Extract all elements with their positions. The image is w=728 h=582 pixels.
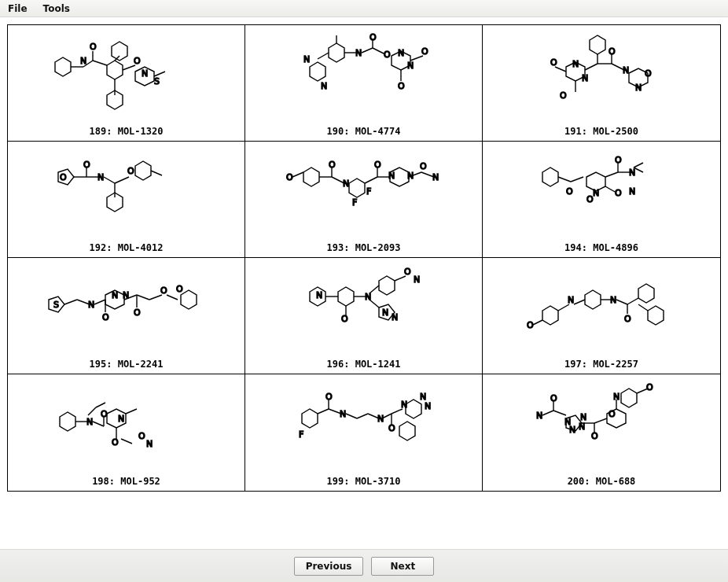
- svg-marker-8: [112, 42, 127, 61]
- svg-text:N: N: [392, 312, 398, 322]
- content: N O O N S: [0, 17, 728, 499]
- molecule-cell[interactable]: O O N F F O: [245, 142, 483, 258]
- menubar: File Tools: [0, 0, 728, 17]
- molecule-cell[interactable]: N N N O O N N O: [245, 25, 483, 142]
- svg-text:N: N: [97, 172, 104, 182]
- svg-line-167: [93, 422, 104, 426]
- molecule-cell[interactable]: O N N O: [483, 258, 720, 374]
- menu-tools[interactable]: Tools: [40, 2, 78, 16]
- svg-text:O: O: [90, 42, 97, 52]
- svg-line-114: [94, 300, 105, 304]
- structure-icon: O O N F F O: [245, 142, 482, 242]
- svg-text:N: N: [340, 409, 346, 419]
- svg-text:N: N: [377, 414, 384, 424]
- svg-line-81: [365, 177, 377, 183]
- molecule-cell[interactable]: O N O O N O N: [483, 142, 720, 258]
- svg-text:N: N: [303, 54, 310, 64]
- svg-text:F: F: [299, 429, 303, 440]
- svg-line-111: [64, 300, 77, 304]
- svg-line-63: [104, 177, 115, 183]
- svg-text:N: N: [414, 274, 420, 285]
- molecule-cell[interactable]: N N O O O N O N: [483, 25, 720, 142]
- molecule-cell[interactable]: N O N O O N: [8, 374, 245, 491]
- svg-text:O: O: [615, 188, 622, 198]
- svg-line-104: [634, 163, 643, 168]
- svg-text:N: N: [321, 81, 327, 91]
- svg-line-66: [115, 177, 129, 183]
- svg-text:N: N: [580, 412, 586, 422]
- svg-text:O: O: [527, 320, 534, 330]
- svg-line-180: [318, 409, 329, 414]
- svg-text:O: O: [615, 155, 622, 165]
- footer: Previous Next: [0, 549, 728, 582]
- svg-line-165: [88, 407, 96, 415]
- structure-icon: N N O O O N O N: [483, 25, 720, 126]
- molecule-cell[interactable]: S N O N N O: [8, 258, 245, 374]
- svg-line-202: [553, 411, 566, 415]
- molecule-cell[interactable]: N O O N S: [8, 25, 245, 142]
- structure-icon: O N O O N O N: [483, 142, 720, 242]
- svg-text:N: N: [398, 48, 404, 58]
- svg-text:O: O: [102, 312, 109, 322]
- svg-text:O: O: [160, 285, 167, 296]
- svg-marker-148: [542, 306, 558, 325]
- structure-icon: F O N N O N: [245, 374, 482, 476]
- svg-marker-38: [590, 35, 605, 54]
- structure-icon: N N N O O N N O: [245, 25, 482, 126]
- svg-text:O: O: [398, 81, 405, 91]
- svg-text:O: O: [341, 314, 348, 324]
- svg-text:N: N: [536, 411, 542, 421]
- svg-text:O: O: [325, 392, 333, 402]
- svg-text:O: O: [112, 437, 119, 448]
- svg-text:O: O: [286, 172, 293, 182]
- svg-text:O: O: [586, 194, 594, 204]
- svg-marker-161: [648, 306, 664, 325]
- svg-text:O: O: [624, 314, 631, 324]
- svg-text:N: N: [572, 59, 579, 69]
- svg-line-20: [318, 53, 329, 59]
- svg-line-15: [154, 72, 165, 76]
- molecule-caption: 196: MOL-1241: [327, 359, 401, 371]
- svg-text:N: N: [623, 65, 629, 76]
- svg-marker-18: [329, 43, 344, 62]
- molecule-cell[interactable]: O O N O 192: M: [8, 142, 245, 258]
- previous-button[interactable]: Previous: [294, 557, 364, 576]
- svg-text:N: N: [80, 56, 86, 66]
- next-button[interactable]: Next: [371, 557, 434, 576]
- svg-text:F: F: [352, 197, 357, 208]
- svg-line-142: [370, 300, 379, 308]
- molecule-grid: N O O N S: [7, 24, 721, 492]
- svg-line-155: [616, 300, 627, 304]
- svg-text:O: O: [645, 68, 652, 79]
- molecule-cell[interactable]: F O N N O N: [245, 374, 483, 491]
- svg-line-26: [362, 48, 373, 53]
- svg-text:O: O: [134, 308, 141, 318]
- svg-marker-92: [542, 168, 558, 186]
- svg-text:N: N: [388, 171, 395, 181]
- svg-marker-159: [638, 284, 654, 303]
- menu-file[interactable]: File: [5, 2, 35, 16]
- molecule-cell[interactable]: N O N O N N: [245, 258, 483, 374]
- structure-icon: O O N O: [8, 142, 245, 242]
- svg-text:O: O: [550, 57, 557, 68]
- svg-line-147: [533, 320, 542, 325]
- svg-marker-194: [406, 400, 421, 418]
- molecule-caption: 198: MOL-952: [92, 476, 160, 488]
- svg-text:O: O: [609, 46, 616, 57]
- svg-text:N: N: [432, 172, 439, 182]
- svg-text:N: N: [142, 68, 148, 79]
- svg-text:O: O: [550, 393, 557, 403]
- svg-marker-132: [338, 287, 354, 306]
- molecule-caption: 190: MOL-4774: [327, 126, 401, 138]
- svg-line-185: [346, 414, 357, 418]
- svg-text:O: O: [384, 50, 391, 60]
- molecule-cell[interactable]: N O N N N N O: [483, 374, 720, 491]
- structure-icon: O N N O: [483, 258, 720, 359]
- svg-marker-72: [303, 168, 319, 186]
- svg-text:N: N: [569, 425, 575, 435]
- svg-text:N: N: [593, 188, 599, 198]
- svg-text:N: N: [407, 61, 414, 71]
- molecule-caption: 192: MOL-4012: [90, 242, 164, 255]
- svg-text:O: O: [646, 382, 653, 392]
- svg-text:O: O: [566, 186, 573, 197]
